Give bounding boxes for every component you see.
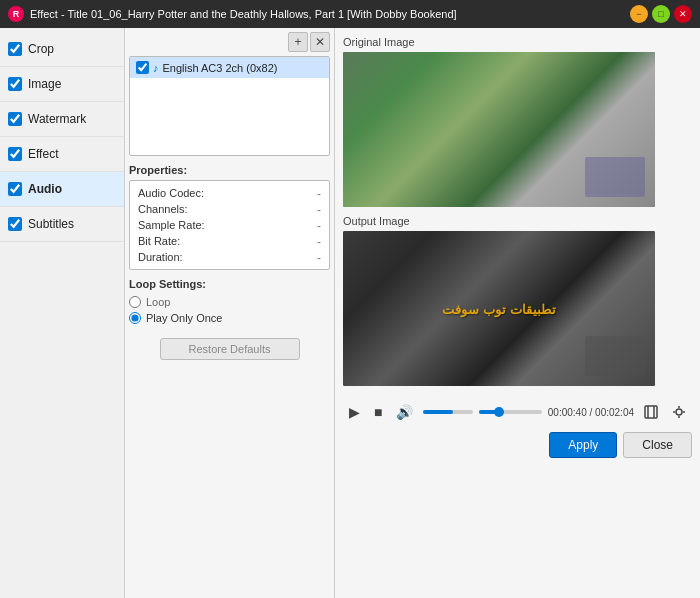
once-radio-option[interactable]: Play Only Once bbox=[129, 310, 330, 326]
duration-label: Duration: bbox=[138, 251, 183, 263]
loop-section: Loop Settings: Loop Play Only Once bbox=[129, 278, 330, 326]
original-image-content bbox=[343, 52, 655, 207]
codec-label: Audio Codec: bbox=[138, 187, 204, 199]
progress-bar[interactable] bbox=[479, 410, 541, 414]
original-image-label: Original Image bbox=[343, 36, 692, 48]
time-display: 00:00:40 / 00:02:04 bbox=[548, 407, 634, 418]
restore-defaults-button[interactable]: Restore Defaults bbox=[160, 338, 300, 360]
track-list-header: + ✕ bbox=[129, 32, 330, 52]
image-checkbox[interactable] bbox=[8, 77, 22, 91]
effect-checkbox[interactable] bbox=[8, 147, 22, 161]
watermark-text: تطبيقات توب سوفت bbox=[442, 301, 555, 316]
volume-fill bbox=[423, 410, 453, 414]
sidebar-item-subtitles[interactable]: Subtitles bbox=[0, 207, 124, 242]
sidebar-label-crop: Crop bbox=[28, 42, 54, 56]
sidebar-item-audio[interactable]: Audio bbox=[0, 172, 124, 207]
loop-radio-option[interactable]: Loop bbox=[129, 294, 330, 310]
video-controls: ▶ ■ 🔊 00:00:40 / 00:02:04 bbox=[343, 398, 692, 426]
close-button[interactable]: Close bbox=[623, 432, 692, 458]
sidebar-item-effect[interactable]: Effect bbox=[0, 137, 124, 172]
minimize-button[interactable]: − bbox=[630, 5, 648, 23]
fullscreen-icon[interactable] bbox=[640, 403, 662, 421]
bitrate-label: Bit Rate: bbox=[138, 235, 180, 247]
duration-value: - bbox=[317, 251, 321, 263]
crop-checkbox[interactable] bbox=[8, 42, 22, 56]
loop-radio[interactable] bbox=[129, 296, 141, 308]
app-icon: R bbox=[8, 6, 24, 22]
loop-label: Loop bbox=[146, 296, 170, 308]
properties-box: Audio Codec: - Channels: - Sample Rate: … bbox=[129, 180, 330, 270]
close-window-button[interactable]: ✕ bbox=[674, 5, 692, 23]
sidebar-item-image[interactable]: Image bbox=[0, 67, 124, 102]
once-label: Play Only Once bbox=[146, 312, 222, 324]
prop-row-channels: Channels: - bbox=[138, 201, 321, 217]
sidebar-label-watermark: Watermark bbox=[28, 112, 86, 126]
watermark-checkbox[interactable] bbox=[8, 112, 22, 126]
track-list-box[interactable]: ♪ English AC3 2ch (0x82) bbox=[129, 56, 330, 156]
music-icon: ♪ bbox=[153, 62, 159, 74]
play-button[interactable]: ▶ bbox=[345, 402, 364, 422]
svg-point-3 bbox=[676, 409, 682, 415]
sidebar-label-effect: Effect bbox=[28, 147, 58, 161]
sidebar-item-crop[interactable]: Crop bbox=[0, 32, 124, 67]
samplerate-value: - bbox=[317, 219, 321, 231]
settings-icon[interactable] bbox=[668, 403, 690, 421]
title-bar: R Effect - Title 01_06_Harry Potter and … bbox=[0, 0, 700, 28]
loop-title: Loop Settings: bbox=[129, 278, 330, 290]
output-image-section: Output Image تطبيقات توب سوفت bbox=[343, 215, 692, 386]
sidebar-label-audio: Audio bbox=[28, 182, 62, 196]
main-container: Crop Image Watermark Effect Audio Subtit… bbox=[0, 28, 700, 598]
volume-icon: 🔊 bbox=[396, 404, 413, 420]
subtitles-checkbox[interactable] bbox=[8, 217, 22, 231]
window-controls: − □ ✕ bbox=[630, 5, 692, 23]
sidebar-item-watermark[interactable]: Watermark bbox=[0, 102, 124, 137]
properties-title: Properties: bbox=[129, 164, 330, 176]
volume-button[interactable]: 🔊 bbox=[392, 402, 417, 422]
add-track-button[interactable]: + bbox=[288, 32, 308, 52]
original-image-section: Original Image bbox=[343, 36, 692, 207]
output-image-preview: تطبيقات توب سوفت bbox=[343, 231, 655, 386]
volume-slider[interactable] bbox=[423, 410, 473, 414]
audio-checkbox[interactable] bbox=[8, 182, 22, 196]
prop-row-bitrate: Bit Rate: - bbox=[138, 233, 321, 249]
bottom-actions: Apply Close bbox=[343, 426, 692, 460]
track-label: English AC3 2ch (0x82) bbox=[163, 62, 278, 74]
sidebar: Crop Image Watermark Effect Audio Subtit… bbox=[0, 28, 125, 598]
window-title: Effect - Title 01_06_Harry Potter and th… bbox=[30, 8, 630, 20]
properties-section: Properties: Audio Codec: - Channels: - S… bbox=[129, 164, 330, 270]
samplerate-label: Sample Rate: bbox=[138, 219, 205, 231]
apply-button[interactable]: Apply bbox=[549, 432, 617, 458]
prop-row-duration: Duration: - bbox=[138, 249, 321, 265]
output-image-label: Output Image bbox=[343, 215, 692, 227]
codec-value: - bbox=[317, 187, 321, 199]
maximize-button[interactable]: □ bbox=[652, 5, 670, 23]
sidebar-label-subtitles: Subtitles bbox=[28, 217, 74, 231]
right-panel: Original Image Output Image تطبيقات توب … bbox=[335, 28, 700, 598]
prop-row-samplerate: Sample Rate: - bbox=[138, 217, 321, 233]
original-image-preview bbox=[343, 52, 655, 207]
svg-rect-0 bbox=[645, 406, 657, 418]
progress-thumb bbox=[494, 407, 504, 417]
stop-button[interactable]: ■ bbox=[370, 402, 386, 422]
track-checkbox[interactable] bbox=[136, 61, 149, 74]
bitrate-value: - bbox=[317, 235, 321, 247]
center-panel: + ✕ ♪ English AC3 2ch (0x82) Properties:… bbox=[125, 28, 335, 598]
channels-value: - bbox=[317, 203, 321, 215]
output-image-content: تطبيقات توب سوفت bbox=[343, 231, 655, 386]
once-radio[interactable] bbox=[129, 312, 141, 324]
remove-track-button[interactable]: ✕ bbox=[310, 32, 330, 52]
prop-row-codec: Audio Codec: - bbox=[138, 185, 321, 201]
channels-label: Channels: bbox=[138, 203, 188, 215]
track-item[interactable]: ♪ English AC3 2ch (0x82) bbox=[130, 57, 329, 78]
sidebar-label-image: Image bbox=[28, 77, 61, 91]
